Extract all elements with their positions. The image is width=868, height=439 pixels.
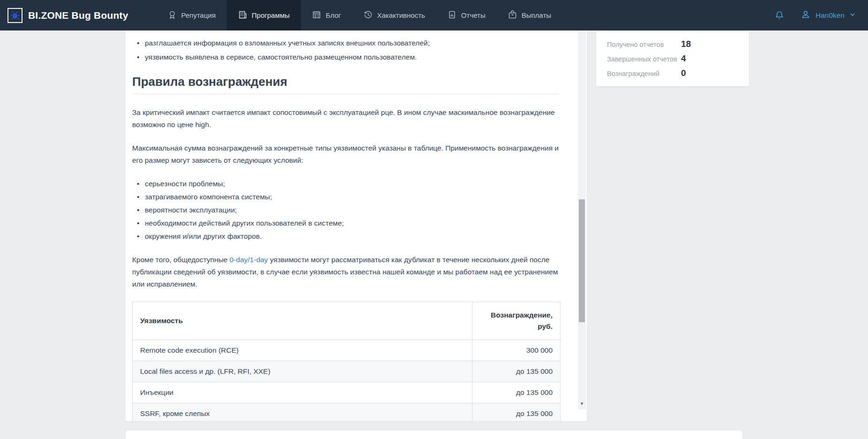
bizone-bug-icon xyxy=(7,8,22,23)
list-item: затрагиваемого компонента системы; xyxy=(132,191,559,203)
vertical-scrollbar[interactable]: ▾ xyxy=(578,30,586,409)
stat-label: Вознаграждений xyxy=(607,70,681,77)
paragraph-critical-impact: За критический импакт считается импакт с… xyxy=(132,106,559,131)
program-stats-card: Получено отчетов 18 Завершенных отчетов … xyxy=(596,31,749,86)
nav-label: Хакактивность xyxy=(377,11,425,19)
next-section-card-edge xyxy=(126,431,742,439)
text-span: Кроме того, общедоступные xyxy=(132,256,230,264)
stat-label: Завершенных отчетов xyxy=(607,55,681,63)
nav-item-reports[interactable]: Отчеты xyxy=(436,0,497,30)
nav-item-payouts[interactable]: Выплаты xyxy=(497,0,562,30)
vulnerability-cell: Remote code execution (RCE) xyxy=(133,340,472,361)
paragraph-0day-duplicates: Кроме того, общедоступные 0-day/1-day уя… xyxy=(132,254,559,290)
nav-label: Выплаты xyxy=(522,11,551,19)
0day-term: 0-day/1-day xyxy=(230,256,268,264)
list-item: разглашается информация о взломанных уче… xyxy=(132,37,559,49)
vulnerability-cell: Инъекции xyxy=(133,382,472,403)
rewards-rules-heading: Правила вознаграждения xyxy=(132,76,559,94)
reward-conditions-list: серьезности проблемы; затрагиваемого ком… xyxy=(132,178,559,242)
table-row: Local files access и др. (LFR, RFI, XXE)… xyxy=(133,361,561,382)
column-header-vulnerability: Уязвимость xyxy=(133,302,472,340)
stat-row-rewards: Вознаграждений 0 xyxy=(607,68,740,78)
table-row: Инъекции до 135 000 xyxy=(133,382,561,403)
stat-value: 0 xyxy=(681,68,686,78)
stat-value: 18 xyxy=(681,39,691,49)
scrollbar-down-arrow[interactable]: ▾ xyxy=(579,401,584,406)
reward-cell: до 135 000 xyxy=(472,382,561,403)
news-icon xyxy=(312,10,321,21)
program-description-panel: разглашается информация о взломанных уче… xyxy=(126,30,587,421)
nav-label: Программы xyxy=(252,11,290,19)
nav-label: Отчеты xyxy=(461,11,486,19)
navbar-right: Han0ken xyxy=(774,0,868,30)
vulnerability-cell: Local files access и др. (LFR, RFI, XXE) xyxy=(133,361,472,382)
vulnerability-cell: SSRF, кроме слепых xyxy=(133,403,472,422)
exclusions-list: разглашается информация о взломанных уче… xyxy=(132,37,559,63)
nav-item-reputation[interactable]: Репутация xyxy=(157,0,227,30)
list-item: уязвимость выявлена в сервисе, самостоят… xyxy=(132,51,559,63)
award-icon xyxy=(168,10,177,21)
reward-cell: 300 000 xyxy=(472,340,561,361)
notifications-bell-icon[interactable] xyxy=(774,10,785,21)
main-nav: Репутация Программы xyxy=(157,0,562,30)
user-icon xyxy=(801,9,811,22)
column-header-reward: Вознаграждение, руб. xyxy=(472,302,561,340)
nav-item-programs[interactable]: Программы xyxy=(227,0,301,30)
list-item: серьезности проблемы; xyxy=(132,178,559,190)
brand-title: BI.ZONE Bug Bounty xyxy=(28,10,128,21)
username: Han0ken xyxy=(816,11,845,20)
list-item: необходимости действий других пользовате… xyxy=(132,217,559,229)
list-item: окружения и/или других факторов. xyxy=(132,230,559,242)
page: BI.ZONE Bug Bounty Репутация Прог xyxy=(0,0,868,439)
user-menu[interactable]: Han0ken xyxy=(801,9,856,22)
stat-row-reports-completed: Завершенных отчетов 4 xyxy=(607,53,740,64)
nav-item-hackactivity[interactable]: Хакактивность xyxy=(352,0,436,30)
nav-label: Репутация xyxy=(181,11,216,19)
stat-value: 4 xyxy=(681,53,686,64)
top-navbar: BI.ZONE Bug Bounty Репутация Прог xyxy=(0,0,868,30)
scrollbar-thumb[interactable] xyxy=(579,199,585,322)
chevron-down-icon xyxy=(849,11,856,20)
table-row: SSRF, кроме слепых до 135 000 xyxy=(133,403,561,422)
history-icon xyxy=(364,10,373,21)
nav-label: Блог xyxy=(326,11,341,19)
table-header-row: Уязвимость Вознаграждение, руб. xyxy=(133,302,561,340)
reward-cell: до 135 000 xyxy=(472,361,561,382)
reward-cell: до 135 000 xyxy=(472,403,561,422)
payout-icon xyxy=(508,10,517,21)
paragraph-max-rewards: Максимальная сумма вознаграждений за кон… xyxy=(132,142,559,167)
stat-row-reports-received: Получено отчетов 18 xyxy=(607,39,740,49)
rewards-table: Уязвимость Вознаграждение, руб. Remote c… xyxy=(132,302,561,421)
list-item: вероятности эксплуатации; xyxy=(132,204,559,216)
building-icon xyxy=(238,10,247,21)
report-icon xyxy=(448,10,456,21)
nav-item-blog[interactable]: Блог xyxy=(301,0,352,30)
stat-label: Получено отчетов xyxy=(607,41,681,48)
program-rules-document: разглашается информация о взломанных уче… xyxy=(126,30,559,421)
brand-logo[interactable]: BI.ZONE Bug Bounty xyxy=(0,0,137,30)
table-row: Remote code execution (RCE) 300 000 xyxy=(133,340,561,361)
